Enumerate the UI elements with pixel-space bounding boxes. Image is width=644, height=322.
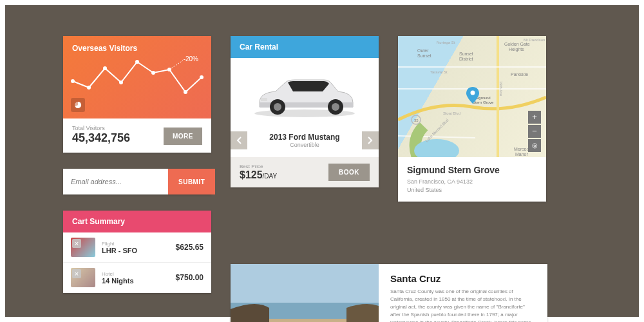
submit-button[interactable]: SUBMIT: [168, 169, 215, 194]
map-card: OuterSunset SunsetDistrict Noriega St Go…: [398, 36, 546, 202]
svg-point-37: [470, 90, 475, 95]
zoom-out-button[interactable]: −: [528, 125, 541, 138]
cart-item-name: 14 Nights: [102, 277, 169, 285]
book-button[interactable]: BOOK: [328, 164, 370, 181]
remove-item-icon[interactable]: ×: [72, 239, 81, 248]
cart-item-price: $625.65: [176, 243, 204, 252]
visitors-card: Overseas Visitors -20% Total: [63, 36, 211, 153]
cart-item-name: LHR - SFO: [102, 247, 169, 254]
email-subscribe: SUBMIT: [63, 169, 211, 194]
svg-text:19th Ave: 19th Ave: [499, 81, 503, 97]
best-price-label: Best Price: [240, 164, 277, 169]
remove-item-icon[interactable]: ×: [72, 269, 81, 278]
more-button[interactable]: MORE: [164, 128, 202, 145]
map-view[interactable]: OuterSunset SunsetDistrict Noriega St Go…: [398, 36, 546, 157]
car-rental-card: Car Rental: [231, 36, 379, 187]
visitors-title: Overseas Visitors: [72, 44, 202, 53]
svg-text:Merced: Merced: [514, 147, 529, 151]
svg-point-0: [71, 79, 75, 83]
svg-text:Heights: Heights: [509, 47, 524, 52]
svg-rect-16: [261, 98, 267, 101]
car-rental-title: Car Rental: [231, 36, 379, 58]
svg-text:35: 35: [414, 118, 419, 122]
article-body: Santa Cruz County was one of the origina…: [390, 288, 536, 322]
email-input[interactable]: [63, 169, 168, 194]
svg-text:Manor: Manor: [515, 152, 529, 156]
pie-chart-icon[interactable]: [71, 98, 85, 112]
article-title: Santa Cruz: [390, 273, 536, 284]
car-subtitle: Convertible: [247, 142, 362, 148]
car-name: 2013 Ford Mustang: [247, 133, 362, 142]
cart-item-price: $750.00: [176, 273, 204, 282]
cart-row: × Hotel 14 Nights $750.00: [63, 263, 211, 293]
svg-text:Outer: Outer: [417, 48, 429, 53]
prev-car-button[interactable]: [231, 131, 247, 149]
svg-point-2: [103, 66, 107, 70]
cart-summary-card: Cart Summary × Flight LHR - SFO $625.65 …: [63, 211, 211, 293]
car-price: $125/DAY: [240, 169, 277, 181]
cart-category: Flight: [102, 241, 169, 247]
svg-point-15: [332, 103, 339, 111]
location-address-2: United States: [407, 186, 537, 194]
svg-text:Lake Merced Blvd: Lake Merced Blvd: [424, 118, 449, 143]
car-image: [231, 58, 379, 128]
svg-point-7: [184, 90, 187, 94]
svg-point-13: [274, 103, 281, 111]
location-title: Sigmund Stern Grove: [407, 165, 537, 175]
svg-line-9: [169, 61, 183, 70]
svg-text:Mt Davidson: Mt Davidson: [524, 38, 545, 42]
cart-row: × Flight LHR - SFO $625.65: [63, 232, 211, 263]
cart-category: Hotel: [102, 271, 169, 277]
svg-text:Golden Gate: Golden Gate: [504, 42, 530, 46]
svg-text:District: District: [459, 57, 473, 61]
svg-rect-38: [231, 264, 379, 303]
cart-thumb-hotel: ×: [71, 268, 95, 287]
svg-text:Sunset: Sunset: [459, 52, 473, 56]
visitors-line-chart: [70, 57, 205, 102]
chevron-left-icon: [236, 137, 242, 144]
cart-title: Cart Summary: [63, 211, 211, 232]
svg-text:Taraval St: Taraval St: [430, 70, 448, 74]
total-visitors-value: 45,342,756: [72, 131, 130, 145]
svg-text:Sloat Blvd: Sloat Blvd: [443, 111, 460, 115]
svg-point-4: [135, 60, 139, 64]
total-visitors-label: Total Visitors: [72, 125, 130, 131]
next-car-button[interactable]: [362, 131, 379, 149]
chevron-right-icon: [368, 137, 373, 144]
zoom-in-button[interactable]: +: [528, 111, 541, 124]
location-address-1: San Francisco, CA 94132: [407, 178, 537, 186]
map-pin-icon: [466, 87, 479, 104]
svg-point-8: [200, 75, 204, 79]
article-image: [231, 264, 379, 322]
svg-point-1: [87, 86, 91, 90]
svg-text:Noriega St: Noriega St: [437, 41, 455, 44]
locate-button[interactable]: ◎: [528, 139, 541, 152]
article-card: Santa Cruz Santa Cruz County was one of …: [231, 264, 547, 322]
cart-thumb-flight: ×: [71, 238, 95, 257]
svg-point-5: [151, 71, 155, 75]
svg-text:Parkside: Parkside: [511, 72, 528, 77]
svg-point-3: [119, 80, 123, 84]
svg-text:Sunset: Sunset: [417, 53, 431, 58]
